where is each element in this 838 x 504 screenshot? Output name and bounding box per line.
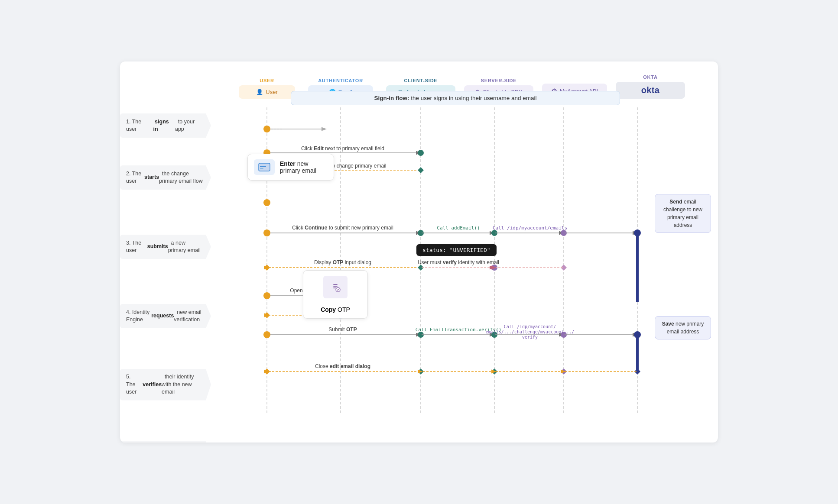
- arrow-label-verify-path1: Call /idp/myaccount/: [504, 324, 556, 329]
- svg-rect-60: [260, 168, 263, 169]
- svg-point-40: [263, 331, 270, 338]
- step-4: 4. Identity Engine requests new email ve…: [120, 304, 211, 328]
- arrow-label-display-otp: Display OTP input dialog: [314, 259, 371, 265]
- copy-icon-svg: [328, 279, 343, 295]
- copy-otp-icon: [323, 276, 348, 298]
- svg-rect-59: [260, 166, 266, 167]
- user-icon: 👤: [256, 89, 263, 95]
- step-6: 6. Your app handles a successful identit…: [120, 441, 211, 443]
- user-col-label: USER: [260, 78, 274, 83]
- svg-point-8: [263, 126, 270, 132]
- sidebar: 1. The user signs in to your app 2. The …: [120, 113, 211, 443]
- arrow-label-verify-path3: verify: [522, 335, 538, 339]
- svg-point-11: [418, 150, 424, 156]
- step-5: 5. The user verifies their identity with…: [120, 369, 211, 401]
- send-email-challenge-box: Send email challenge to new primary emai…: [655, 194, 711, 233]
- user-col-text: User: [266, 89, 277, 95]
- svg-point-15: [263, 199, 270, 206]
- copy-otp-box: Copy OTP: [303, 270, 368, 319]
- signin-flow-box: Sign-in flow: the user signs in using th…: [291, 91, 620, 105]
- svg-marker-50: [264, 368, 270, 375]
- auth-col-label: AUTHENTICATOR: [318, 78, 363, 83]
- svg-marker-26: [264, 265, 270, 271]
- step-2: 2. The user starts the change primary em…: [120, 165, 211, 190]
- email-field-icon: [254, 159, 275, 175]
- svg-marker-51: [418, 368, 424, 375]
- svg-point-34: [263, 292, 270, 299]
- signin-flow-bold: Sign-in flow:: [374, 95, 409, 101]
- arrow-label-addEmail: Call addEmail(): [437, 225, 480, 231]
- server-col-label: SERVER-SIDE: [481, 78, 517, 83]
- okta-col-label: OKTA: [643, 74, 657, 80]
- arrow-label-verify-path2: emails/.../challenge/myaccount.../: [486, 330, 575, 334]
- arrow-label-click-edit: Click Edit next to primary email field: [301, 145, 384, 152]
- signin-flow-text: the user signs in using their username a…: [411, 95, 536, 101]
- svg-point-17: [263, 229, 270, 236]
- diagram-area: USER 👤 User AUTHENTICATOR 🌐 Email CLIENT…: [226, 74, 708, 415]
- copy-otp-text: Copy OTP: [321, 306, 350, 313]
- email-field-svg: [258, 163, 270, 171]
- status-unverified-badge: status: "UNVERIFIED": [416, 244, 497, 256]
- svg-marker-14: [418, 167, 424, 173]
- enter-new-email-box: Enter new primary email: [247, 154, 334, 181]
- step-1: 1. The user signs in to your app: [120, 113, 211, 138]
- step-3: 3. The user submits a new primary email: [120, 235, 211, 259]
- arrow-label-idp: Call /idp/myaccount/emails: [493, 225, 567, 231]
- sequence-diagram-svg: Click Edit next to primary email field D…: [226, 103, 702, 415]
- arrow-label-close-email: Close edit email dialog: [315, 363, 370, 369]
- diagram-wrapper: 1. The user signs in to your app 2. The …: [120, 61, 718, 443]
- save-email-box: Save new primary email address: [655, 316, 711, 339]
- arrow-label-click-continue: Click Continue to submit new primary ema…: [292, 225, 393, 231]
- svg-point-61: [328, 280, 342, 294]
- okta-col-box: okta: [616, 82, 685, 99]
- client-col-label: CLIENT-SIDE: [404, 78, 438, 83]
- enter-email-text: Enter new primary email: [280, 160, 326, 174]
- okta-logo-text: okta: [641, 85, 660, 95]
- save-bold: Save: [662, 321, 674, 327]
- user-col-box: 👤 User: [239, 85, 295, 99]
- arrow-label-verify-identity: User must verify identity with email: [418, 259, 499, 265]
- send-bold: Send: [669, 199, 682, 205]
- arrow-label-submit-otp: Submit OTP: [328, 326, 357, 333]
